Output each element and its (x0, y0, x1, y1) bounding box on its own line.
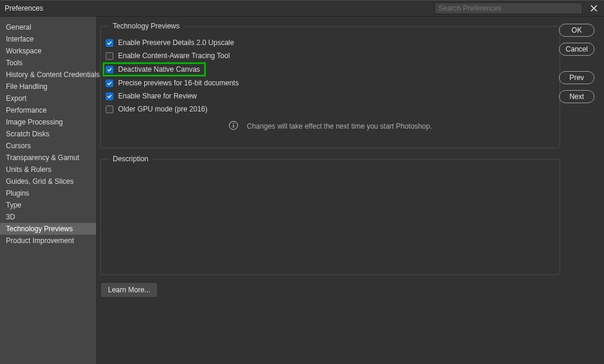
search-input[interactable] (434, 2, 583, 14)
sidebar-item-transparency-gamut[interactable]: Transparency & Gamut (0, 152, 96, 164)
description-group: Description (100, 159, 560, 275)
sidebar-item-scratch-disks[interactable]: Scratch Disks (0, 128, 96, 140)
option-row-5: Older GPU mode (pre 2016) (104, 103, 554, 116)
sidebar-item-general[interactable]: General (0, 21, 96, 33)
checkbox-enable-share-for-review[interactable] (106, 92, 113, 100)
restart-info-text: Changes will take effect the next time y… (247, 122, 432, 130)
technology-previews-group: Technology Previews Enable Preserve Deta… (100, 26, 560, 148)
option-row-0: Enable Preserve Details 2.0 Upscale (104, 36, 554, 49)
option-label: Older GPU mode (pre 2016) (118, 105, 208, 113)
checkbox-older-gpu-mode-pre-2016-[interactable] (106, 106, 113, 113)
description-legend: Description (109, 155, 152, 163)
check-icon (107, 40, 112, 46)
dialog-buttons: OK Cancel Prev Next (559, 24, 598, 103)
svg-point-1 (233, 123, 234, 124)
info-icon (228, 120, 239, 132)
sidebar-item-performance[interactable]: Performance (0, 104, 96, 116)
next-button[interactable]: Next (559, 90, 595, 103)
svg-rect-2 (233, 124, 234, 127)
sidebar-item-workspace[interactable]: Workspace (0, 45, 96, 57)
checkbox-enable-preserve-details-2-0-upscale[interactable] (106, 39, 113, 47)
sidebar-item-file-handling[interactable]: File Handling (0, 81, 96, 92)
sidebar-item-tools[interactable]: Tools (0, 57, 96, 69)
sidebar-item-cursors[interactable]: Cursors (0, 140, 96, 152)
sidebar-item-interface[interactable]: Interface (0, 33, 96, 45)
window-title: Preferences (5, 4, 43, 12)
sidebar-item-type[interactable]: Type (0, 199, 96, 211)
tech-previews-legend: Technology Previews (109, 22, 183, 30)
checkbox-deactivate-native-canvas[interactable] (106, 66, 113, 74)
sidebar-item-image-processing[interactable]: Image Processing (0, 116, 96, 128)
restart-info-row: Changes will take effect the next time y… (107, 120, 554, 132)
sidebar-item-export[interactable]: Export (0, 92, 96, 104)
option-row-2: Deactivate Native Canvas (103, 62, 206, 76)
check-icon (107, 94, 112, 99)
option-label: Enable Preserve Details 2.0 Upscale (118, 39, 234, 47)
sidebar-item-history-content-credentials[interactable]: History & Content Credentials (0, 69, 96, 81)
check-icon (107, 81, 112, 86)
option-row-3: Precise previews for 16-bit documents (104, 76, 554, 90)
check-icon (107, 67, 112, 72)
option-label: Precise previews for 16-bit documents (118, 79, 239, 87)
titlebar: Preferences (0, 0, 604, 17)
sidebar-item-units-rulers[interactable]: Units & Rulers (0, 164, 96, 175)
option-row-4: Enable Share for Review (104, 90, 554, 103)
checkbox-enable-content-aware-tracing-tool[interactable] (106, 52, 113, 60)
close-icon (590, 4, 598, 12)
option-label: Enable Content-Aware Tracing Tool (118, 52, 230, 60)
close-button[interactable] (587, 2, 600, 15)
sidebar-item-guides-grid-slices[interactable]: Guides, Grid & Slices (0, 175, 96, 187)
sidebar-item-product-improvement[interactable]: Product Improvement (0, 235, 96, 247)
sidebar: GeneralInterfaceWorkspaceToolsHistory & … (0, 17, 97, 364)
cancel-button[interactable]: Cancel (559, 43, 595, 56)
sidebar-item-3d[interactable]: 3D (0, 211, 96, 223)
prev-button[interactable]: Prev (559, 71, 595, 84)
learn-more-button[interactable]: Learn More... (100, 282, 158, 298)
sidebar-item-plugins[interactable]: Plugins (0, 187, 96, 199)
option-row-1: Enable Content-Aware Tracing Tool (104, 49, 554, 62)
sidebar-item-technology-previews[interactable]: Technology Previews (0, 223, 96, 235)
option-label: Deactivate Native Canvas (118, 65, 200, 74)
checkbox-precise-previews-for-16-bit-documents[interactable] (106, 79, 113, 87)
content-region: Technology Previews Enable Preserve Deta… (97, 17, 604, 364)
option-label: Enable Share for Review (118, 92, 197, 100)
ok-button[interactable]: OK (559, 24, 595, 37)
